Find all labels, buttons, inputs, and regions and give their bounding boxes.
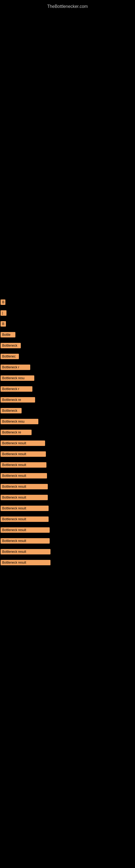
list-item: Bottleneck re (0, 429, 135, 437)
bottleneck-result-bar[interactable]: Bottleneck (1, 408, 21, 413)
list-item: Bottleneck r (0, 385, 135, 394)
list-item: Bottleneck result (0, 472, 135, 480)
bottleneck-result-bar[interactable]: | (1, 310, 6, 316)
bottleneck-result-bar[interactable]: Bottleneck r (1, 365, 30, 370)
list-item: | (0, 309, 135, 318)
bottleneck-result-bar[interactable]: B (1, 300, 5, 305)
bottleneck-result-bar[interactable]: Bottleneck result (1, 484, 48, 489)
list-item: Bottleneck result (0, 494, 135, 502)
list-item: Bottleneck resu (0, 418, 135, 426)
bottleneck-result-bar[interactable]: Bottleneck result (1, 440, 45, 446)
bottleneck-result-bar[interactable]: Bottleneck resu (1, 375, 34, 381)
list-item: Bottleneck result (0, 461, 135, 470)
bottleneck-result-bar[interactable]: B (1, 321, 6, 327)
bars-container: B|BBottleBottleneckBottlenecBottleneck r… (0, 299, 135, 569)
bottleneck-result-bar[interactable]: Bottleneck re (1, 397, 35, 403)
list-item: Bottlenec (0, 352, 135, 361)
bottleneck-result-bar[interactable]: Bottleneck result (1, 506, 49, 511)
bottleneck-result-bar[interactable]: Bottlenec (1, 354, 19, 359)
list-item: Bottleneck result (0, 504, 135, 513)
bottleneck-result-bar[interactable]: Bottleneck (1, 343, 21, 348)
bottleneck-result-bar[interactable]: Bottleneck result (1, 538, 50, 544)
list-item: Bottle (0, 331, 135, 340)
list-item: B (0, 320, 135, 329)
bottleneck-result-bar[interactable]: Bottleneck result (1, 452, 46, 457)
list-item: Bottleneck r (0, 364, 135, 372)
list-item: Bottleneck resu (0, 374, 135, 383)
list-item: Bottleneck (0, 342, 135, 350)
site-title: TheBottlenecker.com (0, 1, 135, 12)
bottleneck-result-bar[interactable]: Bottle (1, 332, 15, 337)
list-item: B (0, 299, 135, 307)
bottleneck-result-bar[interactable]: Bottleneck result (1, 517, 49, 522)
list-item: Bottleneck re (0, 396, 135, 405)
list-item: Bottleneck result (0, 483, 135, 492)
bottleneck-result-bar[interactable]: Bottleneck result (1, 495, 48, 500)
bottleneck-result-bar[interactable]: Bottleneck resu (1, 419, 38, 424)
list-item: Bottleneck result (0, 439, 135, 448)
list-item: Bottleneck result (0, 537, 135, 546)
list-item: Bottleneck result (0, 559, 135, 567)
bottleneck-result-bar[interactable]: Bottleneck result (1, 527, 50, 533)
list-item: Bottleneck result (0, 516, 135, 524)
bottleneck-result-bar[interactable]: Bottleneck result (1, 549, 50, 554)
bottleneck-result-bar[interactable]: Bottleneck r (1, 386, 32, 392)
list-item: Bottleneck result (0, 450, 135, 459)
bottleneck-result-bar[interactable]: Bottleneck result (1, 560, 50, 565)
bottleneck-result-bar[interactable]: Bottleneck re (1, 430, 32, 435)
list-item: Bottleneck (0, 407, 135, 415)
bottleneck-result-bar[interactable]: Bottleneck result (1, 473, 47, 478)
list-item: Bottleneck result (0, 548, 135, 557)
bottleneck-result-bar[interactable]: Bottleneck result (1, 462, 46, 468)
list-item: Bottleneck result (0, 526, 135, 535)
